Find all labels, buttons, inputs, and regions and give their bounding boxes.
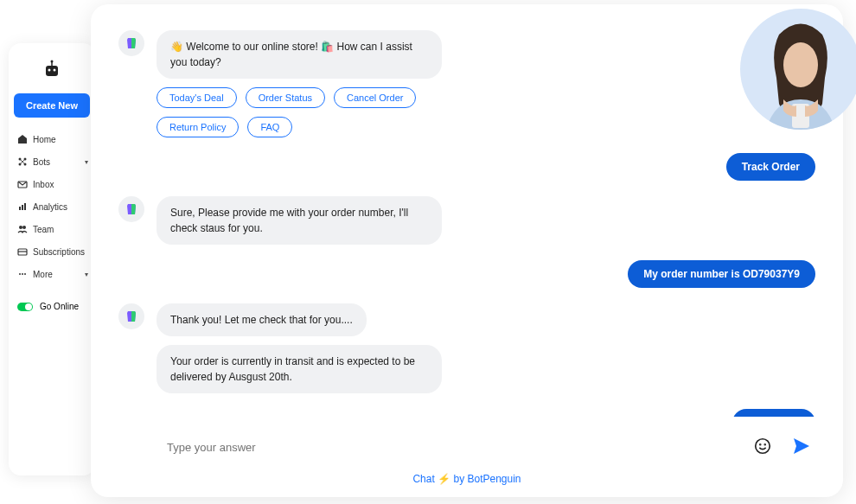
composer (118, 417, 815, 468)
footer-brand: by BotPenguin (450, 473, 521, 485)
smile-icon (753, 437, 772, 456)
nav-analytics[interactable]: Analytics (14, 195, 90, 218)
svg-rect-11 (22, 205, 23, 210)
svg-point-14 (22, 226, 26, 229)
bot-message-row: 👋 Welcome to our online store! 🛍️ How ca… (118, 30, 815, 137)
bot-bubble-group: 👋 Welcome to our online store! 🛍️ How ca… (157, 30, 450, 137)
svg-point-20 (756, 439, 770, 454)
nav-label: Home (33, 135, 56, 144)
team-icon (17, 224, 28, 234)
bot-message: Sure, Please provide me with your order … (157, 196, 442, 245)
message-list: 👋 Welcome to our online store! 🛍️ How ca… (118, 30, 815, 417)
send-button[interactable] (788, 432, 815, 463)
svg-point-13 (19, 226, 22, 229)
bot-avatar (118, 196, 144, 222)
nav-label: Team (33, 225, 54, 234)
nav-more[interactable]: More ▾ (14, 263, 90, 285)
svg-point-2 (54, 69, 56, 72)
analytics-icon (17, 201, 28, 212)
chevron-down-icon: ▾ (85, 271, 88, 278)
online-toggle[interactable] (17, 303, 33, 311)
user-message: Track Order (726, 153, 815, 181)
nav-label: Analytics (33, 202, 67, 212)
bot-bubble-group: Thank you! Let me check that for you....… (157, 303, 442, 393)
bot-bubble-group: Sure, Please provide me with your order … (157, 196, 442, 245)
chat-window: 👋 Welcome to our online store! 🛍️ How ca… (91, 4, 843, 497)
footer-text: Chat (412, 473, 438, 485)
svg-point-4 (51, 61, 54, 63)
bot-message-row: Sure, Please provide me with your order … (118, 196, 815, 245)
bot-avatar (118, 30, 144, 56)
message-input[interactable] (118, 441, 738, 454)
chip-faq[interactable]: FAQ (247, 117, 292, 137)
nav-home[interactable]: Home (14, 128, 90, 150)
nav-label: Bots (33, 157, 50, 167)
send-icon (791, 436, 812, 456)
user-message: My order number is OD79037Y9 (628, 260, 815, 288)
go-online-label: Go Online (40, 302, 79, 311)
chat-footer: Chat ⚡ by BotPenguin (118, 468, 815, 485)
home-icon (17, 134, 28, 144)
nav-subscriptions[interactable]: Subscriptions (14, 240, 90, 263)
svg-point-19 (24, 273, 26, 275)
user-message: Thank you (732, 409, 815, 417)
app-logo (41, 59, 63, 81)
nav-bots[interactable]: Bots ▾ (14, 150, 90, 173)
sidebar: Create New Home Bots ▾ Inbox Analytics T… (9, 43, 95, 475)
bots-icon (17, 156, 28, 167)
svg-point-21 (760, 444, 761, 445)
svg-point-22 (764, 444, 765, 445)
quick-reply-chips: Today's Deal Order Status Cancel Order R… (157, 87, 450, 137)
create-new-button[interactable]: Create New (14, 93, 90, 118)
nav-inbox[interactable]: Inbox (14, 173, 90, 195)
svg-point-18 (22, 273, 23, 275)
user-portrait (740, 9, 856, 130)
user-message-row: My order number is OD79037Y9 (628, 260, 815, 288)
chip-todays-deal[interactable]: Today's Deal (157, 87, 237, 108)
bot-message-row: Thank you! Let me check that for you....… (118, 303, 815, 393)
user-message-row: Track Order (726, 153, 815, 181)
inbox-icon (17, 179, 28, 189)
svg-rect-0 (46, 66, 58, 76)
go-online-toggle-row: Go Online (14, 296, 90, 317)
nav-label: More (33, 270, 53, 279)
bot-avatar (118, 303, 144, 329)
nav-team[interactable]: Team (14, 218, 90, 240)
bot-message: Your order is currently in transit and i… (157, 345, 442, 393)
bolt-icon: ⚡ (438, 473, 450, 485)
chip-order-status[interactable]: Order Status (246, 87, 325, 108)
svg-point-23 (783, 42, 818, 87)
bot-message: Thank you! Let me check that for you.... (157, 303, 367, 336)
chevron-down-icon: ▾ (85, 158, 88, 166)
chip-return-policy[interactable]: Return Policy (157, 117, 239, 137)
svg-rect-12 (24, 203, 26, 210)
svg-point-1 (48, 69, 51, 72)
svg-rect-10 (19, 207, 21, 210)
nav-label: Subscriptions (33, 247, 85, 257)
emoji-button[interactable] (750, 433, 776, 462)
more-icon (17, 269, 28, 279)
bot-message: 👋 Welcome to our online store! 🛍️ How ca… (157, 30, 442, 79)
chip-cancel-order[interactable]: Cancel Order (334, 87, 416, 108)
user-message-row: Thank you (732, 409, 815, 417)
svg-point-17 (19, 273, 21, 275)
subscriptions-icon (17, 246, 28, 257)
nav-label: Inbox (33, 180, 54, 189)
